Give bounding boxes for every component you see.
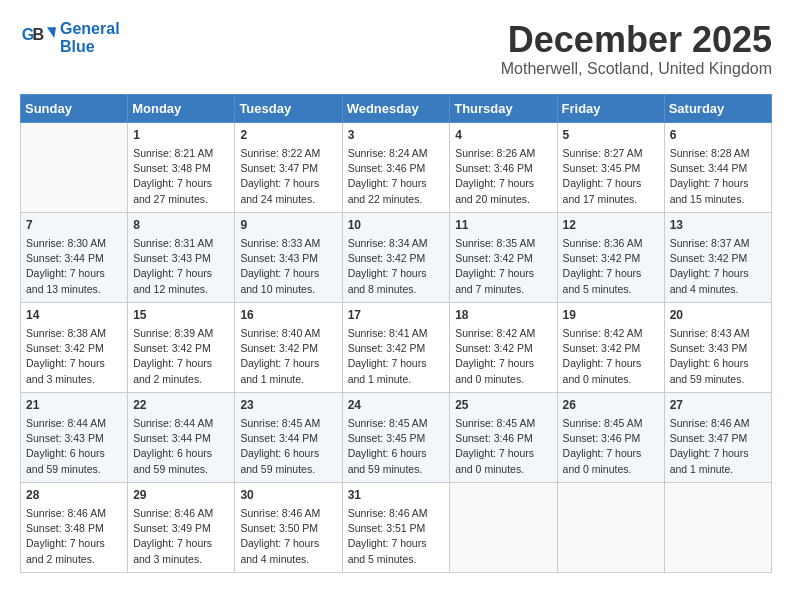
sunrise-label: Sunrise: 8:46 AM xyxy=(133,507,213,519)
sunrise-label: Sunrise: 8:46 AM xyxy=(26,507,106,519)
day-number: 24 xyxy=(348,397,445,414)
sunrise-label: Sunrise: 8:30 AM xyxy=(26,237,106,249)
sunrise-label: Sunrise: 8:45 AM xyxy=(455,417,535,429)
svg-text:B: B xyxy=(33,25,45,43)
daylight-label: Daylight: 7 hours and 10 minutes. xyxy=(240,267,319,294)
daylight-label: Daylight: 7 hours and 3 minutes. xyxy=(133,537,212,564)
weekday-header: Thursday xyxy=(450,94,557,122)
day-number: 16 xyxy=(240,307,336,324)
sunset-label: Sunset: 3:43 PM xyxy=(670,342,748,354)
daylight-label: Daylight: 7 hours and 0 minutes. xyxy=(563,357,642,384)
sunrise-label: Sunrise: 8:46 AM xyxy=(670,417,750,429)
day-number: 2 xyxy=(240,127,336,144)
daylight-label: Daylight: 7 hours and 12 minutes. xyxy=(133,267,212,294)
daylight-label: Daylight: 7 hours and 20 minutes. xyxy=(455,177,534,204)
sunrise-label: Sunrise: 8:43 AM xyxy=(670,327,750,339)
sunset-label: Sunset: 3:49 PM xyxy=(133,522,211,534)
sunrise-label: Sunrise: 8:26 AM xyxy=(455,147,535,159)
calendar-cell: 4Sunrise: 8:26 AMSunset: 3:46 PMDaylight… xyxy=(450,122,557,212)
calendar-cell: 23Sunrise: 8:45 AMSunset: 3:44 PMDayligh… xyxy=(235,392,342,482)
sunset-label: Sunset: 3:42 PM xyxy=(563,342,641,354)
day-number: 26 xyxy=(563,397,659,414)
calendar-cell: 8Sunrise: 8:31 AMSunset: 3:43 PMDaylight… xyxy=(128,212,235,302)
sunrise-label: Sunrise: 8:41 AM xyxy=(348,327,428,339)
weekday-header: Wednesday xyxy=(342,94,450,122)
sunset-label: Sunset: 3:44 PM xyxy=(240,432,318,444)
calendar-cell: 1Sunrise: 8:21 AMSunset: 3:48 PMDaylight… xyxy=(128,122,235,212)
calendar-cell xyxy=(450,482,557,572)
day-number: 5 xyxy=(563,127,659,144)
daylight-label: Daylight: 7 hours and 1 minute. xyxy=(670,447,749,474)
svg-marker-2 xyxy=(47,27,56,38)
daylight-label: Daylight: 7 hours and 24 minutes. xyxy=(240,177,319,204)
sunrise-label: Sunrise: 8:35 AM xyxy=(455,237,535,249)
calendar-cell: 20Sunrise: 8:43 AMSunset: 3:43 PMDayligh… xyxy=(664,302,771,392)
day-number: 7 xyxy=(26,217,122,234)
daylight-label: Daylight: 7 hours and 3 minutes. xyxy=(26,357,105,384)
day-number: 6 xyxy=(670,127,766,144)
weekday-header: Sunday xyxy=(21,94,128,122)
sunset-label: Sunset: 3:43 PM xyxy=(26,432,104,444)
day-number: 27 xyxy=(670,397,766,414)
day-number: 21 xyxy=(26,397,122,414)
daylight-label: Daylight: 7 hours and 1 minute. xyxy=(348,357,427,384)
sunset-label: Sunset: 3:44 PM xyxy=(670,162,748,174)
sunrise-label: Sunrise: 8:22 AM xyxy=(240,147,320,159)
daylight-label: Daylight: 7 hours and 22 minutes. xyxy=(348,177,427,204)
sunset-label: Sunset: 3:47 PM xyxy=(240,162,318,174)
daylight-label: Daylight: 6 hours and 59 minutes. xyxy=(26,447,105,474)
sunrise-label: Sunrise: 8:28 AM xyxy=(670,147,750,159)
location: Motherwell, Scotland, United Kingdom xyxy=(501,60,772,78)
sunset-label: Sunset: 3:46 PM xyxy=(348,162,426,174)
page-header: G B General Blue December 2025 Motherwel… xyxy=(20,20,772,78)
calendar-week-row: 21Sunrise: 8:44 AMSunset: 3:43 PMDayligh… xyxy=(21,392,772,482)
sunrise-label: Sunrise: 8:45 AM xyxy=(348,417,428,429)
logo-icon: G B xyxy=(20,20,56,56)
sunset-label: Sunset: 3:42 PM xyxy=(670,252,748,264)
sunset-label: Sunset: 3:42 PM xyxy=(133,342,211,354)
day-number: 29 xyxy=(133,487,229,504)
day-number: 12 xyxy=(563,217,659,234)
daylight-label: Daylight: 7 hours and 4 minutes. xyxy=(670,267,749,294)
day-number: 30 xyxy=(240,487,336,504)
sunset-label: Sunset: 3:42 PM xyxy=(455,342,533,354)
daylight-label: Daylight: 6 hours and 59 minutes. xyxy=(133,447,212,474)
day-number: 14 xyxy=(26,307,122,324)
sunset-label: Sunset: 3:48 PM xyxy=(133,162,211,174)
calendar-cell: 17Sunrise: 8:41 AMSunset: 3:42 PMDayligh… xyxy=(342,302,450,392)
calendar-cell: 29Sunrise: 8:46 AMSunset: 3:49 PMDayligh… xyxy=(128,482,235,572)
calendar-cell: 16Sunrise: 8:40 AMSunset: 3:42 PMDayligh… xyxy=(235,302,342,392)
sunrise-label: Sunrise: 8:39 AM xyxy=(133,327,213,339)
sunrise-label: Sunrise: 8:31 AM xyxy=(133,237,213,249)
calendar-cell xyxy=(21,122,128,212)
calendar-cell: 25Sunrise: 8:45 AMSunset: 3:46 PMDayligh… xyxy=(450,392,557,482)
sunset-label: Sunset: 3:42 PM xyxy=(348,252,426,264)
daylight-label: Daylight: 6 hours and 59 minutes. xyxy=(670,357,749,384)
calendar-week-row: 7Sunrise: 8:30 AMSunset: 3:44 PMDaylight… xyxy=(21,212,772,302)
calendar-cell: 19Sunrise: 8:42 AMSunset: 3:42 PMDayligh… xyxy=(557,302,664,392)
calendar-cell: 26Sunrise: 8:45 AMSunset: 3:46 PMDayligh… xyxy=(557,392,664,482)
sunrise-label: Sunrise: 8:36 AM xyxy=(563,237,643,249)
daylight-label: Daylight: 7 hours and 0 minutes. xyxy=(455,447,534,474)
calendar-cell: 14Sunrise: 8:38 AMSunset: 3:42 PMDayligh… xyxy=(21,302,128,392)
day-number: 22 xyxy=(133,397,229,414)
calendar-body: 1Sunrise: 8:21 AMSunset: 3:48 PMDaylight… xyxy=(21,122,772,572)
calendar-cell xyxy=(557,482,664,572)
calendar-week-row: 1Sunrise: 8:21 AMSunset: 3:48 PMDaylight… xyxy=(21,122,772,212)
sunset-label: Sunset: 3:42 PM xyxy=(348,342,426,354)
day-number: 8 xyxy=(133,217,229,234)
day-number: 17 xyxy=(348,307,445,324)
calendar-cell: 12Sunrise: 8:36 AMSunset: 3:42 PMDayligh… xyxy=(557,212,664,302)
day-number: 3 xyxy=(348,127,445,144)
calendar-cell: 5Sunrise: 8:27 AMSunset: 3:45 PMDaylight… xyxy=(557,122,664,212)
sunset-label: Sunset: 3:44 PM xyxy=(26,252,104,264)
sunset-label: Sunset: 3:46 PM xyxy=(455,432,533,444)
calendar-cell: 10Sunrise: 8:34 AMSunset: 3:42 PMDayligh… xyxy=(342,212,450,302)
sunset-label: Sunset: 3:45 PM xyxy=(348,432,426,444)
daylight-label: Daylight: 7 hours and 7 minutes. xyxy=(455,267,534,294)
calendar-cell: 27Sunrise: 8:46 AMSunset: 3:47 PMDayligh… xyxy=(664,392,771,482)
sunrise-label: Sunrise: 8:40 AM xyxy=(240,327,320,339)
sunset-label: Sunset: 3:50 PM xyxy=(240,522,318,534)
daylight-label: Daylight: 7 hours and 27 minutes. xyxy=(133,177,212,204)
daylight-label: Daylight: 7 hours and 5 minutes. xyxy=(563,267,642,294)
